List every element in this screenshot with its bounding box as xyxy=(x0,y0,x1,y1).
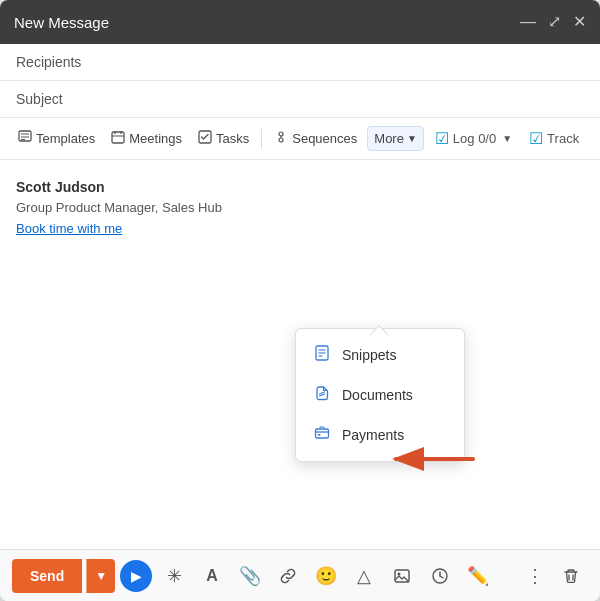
bottom-toolbar: Send ▼ ▶ ✳ A 📎 🙂 △ ✏️ xyxy=(0,549,600,601)
expand-button[interactable]: ⤢ xyxy=(548,14,561,30)
documents-icon xyxy=(312,385,332,405)
templates-label: Templates xyxy=(36,131,95,146)
templates-icon xyxy=(18,130,32,147)
sender-role: Group Product Manager, Sales Hub xyxy=(16,198,584,219)
log-label: Log 0/0 xyxy=(453,131,496,146)
more-options-button[interactable]: ⋮ xyxy=(520,561,550,591)
delete-icon[interactable] xyxy=(555,560,587,592)
log-button[interactable]: ☑ Log 0/0 ▼ xyxy=(428,124,519,153)
snippets-icon xyxy=(312,345,332,365)
documents-menu-item[interactable]: Documents xyxy=(296,375,464,415)
tasks-button[interactable]: Tasks xyxy=(192,126,255,151)
clock-icon[interactable] xyxy=(424,560,456,592)
text-format-icon[interactable]: A xyxy=(196,560,228,592)
track-button[interactable]: ☑ Track xyxy=(523,125,585,152)
formatting-toolbar: Templates Meetings Tasks xyxy=(0,118,600,160)
sequences-icon xyxy=(274,130,288,147)
sequences-button[interactable]: Sequences xyxy=(268,126,363,151)
link-icon[interactable] xyxy=(272,560,304,592)
image-icon[interactable] xyxy=(386,560,418,592)
log-checkbox-icon: ☑ xyxy=(435,129,449,148)
signature-block: Scott Judson Group Product Manager, Sale… xyxy=(16,176,584,240)
window-controls: — ⤢ ✕ xyxy=(520,14,586,30)
compose-window: New Message — ⤢ ✕ Recipients Subject Tem… xyxy=(0,0,600,601)
window-title: New Message xyxy=(14,14,109,31)
tasks-label: Tasks xyxy=(216,131,249,146)
track-checkbox-icon: ☑ xyxy=(529,129,543,148)
more-dropdown-menu: Snippets Documents xyxy=(295,328,465,462)
templates-button[interactable]: Templates xyxy=(12,126,101,151)
payments-label: Payments xyxy=(342,427,404,443)
meetings-button[interactable]: Meetings xyxy=(105,126,188,151)
track-label: Track xyxy=(547,131,579,146)
book-time-link[interactable]: Book time with me xyxy=(16,221,122,236)
payments-icon xyxy=(312,425,332,445)
send-button[interactable]: Send xyxy=(12,559,82,593)
svg-point-23 xyxy=(398,572,401,575)
emoji-icon[interactable]: 🙂 xyxy=(310,560,342,592)
svg-line-17 xyxy=(320,394,325,396)
close-button[interactable]: ✕ xyxy=(573,14,586,30)
meetings-icon xyxy=(111,130,125,147)
sender-name: Scott Judson xyxy=(16,176,584,198)
attachment-icon[interactable]: 📎 xyxy=(234,560,266,592)
more-button[interactable]: More ▼ xyxy=(367,126,424,151)
sequences-label: Sequences xyxy=(292,131,357,146)
recipients-label: Recipients xyxy=(16,54,81,70)
highlight-arrow xyxy=(388,444,478,478)
more-label: More xyxy=(374,131,404,146)
svg-rect-18 xyxy=(316,429,329,438)
log-dropdown-icon: ▼ xyxy=(502,133,512,144)
triangle-icon[interactable]: △ xyxy=(348,560,380,592)
message-body[interactable]: Scott Judson Group Product Manager, Sale… xyxy=(0,160,600,549)
documents-label: Documents xyxy=(342,387,413,403)
title-bar: New Message — ⤢ ✕ xyxy=(0,0,600,44)
subject-label: Subject xyxy=(16,91,63,107)
play-button[interactable]: ▶ xyxy=(120,560,152,592)
svg-rect-4 xyxy=(112,132,124,143)
meetings-label: Meetings xyxy=(129,131,182,146)
svg-line-16 xyxy=(320,392,325,394)
send-dropdown-button[interactable]: ▼ xyxy=(86,559,115,593)
tasks-icon xyxy=(198,130,212,147)
snippets-label: Snippets xyxy=(342,347,396,363)
svg-line-26 xyxy=(440,576,443,578)
subject-field[interactable]: Subject xyxy=(0,81,600,118)
separator-1 xyxy=(261,129,262,149)
burst-icon[interactable]: ✳ xyxy=(158,560,190,592)
recipients-field[interactable]: Recipients xyxy=(0,44,600,81)
more-chevron-icon: ▼ xyxy=(407,133,417,144)
pen-icon[interactable]: ✏️ xyxy=(462,560,494,592)
svg-rect-20 xyxy=(318,434,321,436)
minimize-button[interactable]: — xyxy=(520,14,536,30)
svg-point-9 xyxy=(279,132,283,136)
svg-point-10 xyxy=(279,138,283,142)
